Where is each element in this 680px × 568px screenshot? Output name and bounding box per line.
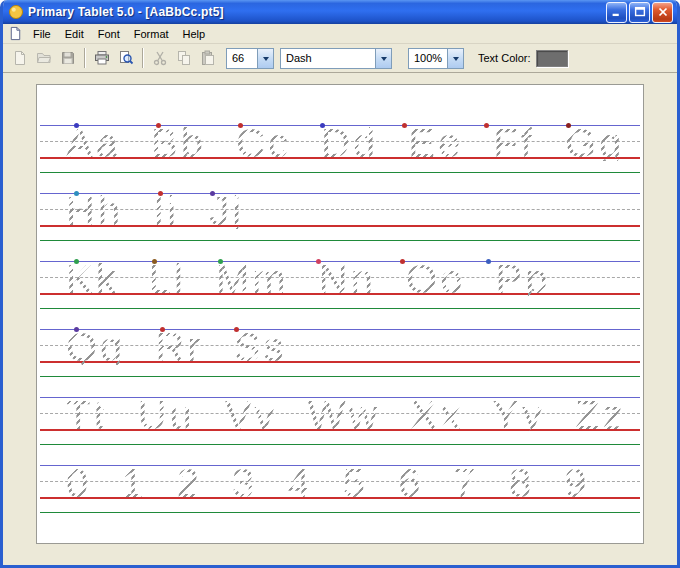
- practice-row[interactable]: Tt Uu Vv Ww Xx Yy Zz: [40, 397, 640, 465]
- guideline-descender: [40, 172, 640, 173]
- menu-format[interactable]: Format: [127, 26, 176, 42]
- menu-help[interactable]: Help: [176, 26, 213, 42]
- stroke-start-dot: [210, 191, 215, 196]
- new-button[interactable]: [8, 46, 32, 70]
- menu-font[interactable]: Font: [91, 26, 127, 42]
- stroke-start-dot: [218, 259, 223, 264]
- guideline-descender: [40, 512, 640, 513]
- save-button[interactable]: [56, 46, 80, 70]
- chevron-down-icon[interactable]: [375, 49, 391, 68]
- title-bar[interactable]: Primary Tablet 5.0 - [AaBbCc.pt5]: [3, 0, 677, 24]
- trace-letters[interactable]: Aa Bb Cc Dd Ee Ff Gg: [66, 125, 624, 161]
- practice-row[interactable]: Aa Bb Cc Dd Ee Ff Gg: [40, 125, 640, 193]
- trace-letters[interactable]: Qq Rr Ss: [66, 329, 286, 365]
- guideline-descender: [40, 444, 640, 445]
- stroke-start-dot: [486, 259, 491, 264]
- zoom-combobox[interactable]: 100%: [408, 48, 464, 69]
- zoom-value: 100%: [409, 49, 447, 68]
- stroke-start-dot: [316, 259, 321, 264]
- stroke-start-dot: [160, 327, 165, 332]
- document-icon[interactable]: [8, 26, 23, 41]
- stroke-start-dot: [156, 123, 161, 128]
- trace-letters[interactable]: Hh Ii Jj: [66, 193, 244, 229]
- toolbar-separator: [142, 48, 144, 68]
- stroke-start-dot: [484, 123, 489, 128]
- text-color-label: Text Color:: [478, 52, 531, 64]
- trace-numbers[interactable]: 0 1 2 3 4 5 6 7 8 9: [66, 465, 589, 501]
- stroke-start-dot: [234, 327, 239, 332]
- guideline-descender: [40, 240, 640, 241]
- stroke-start-dot: [320, 123, 325, 128]
- stroke-start-dot: [238, 123, 243, 128]
- document-area: Aa Bb Cc Dd Ee Ff Gg Hh Ii Jj Kk Ll Mm N…: [3, 73, 677, 565]
- cut-button[interactable]: [148, 46, 172, 70]
- guideline-descender: [40, 376, 640, 377]
- stroke-start-dot: [74, 259, 79, 264]
- app-icon[interactable]: [8, 4, 24, 20]
- style-combobox[interactable]: Dash: [280, 48, 392, 69]
- stroke-start-dot: [566, 123, 571, 128]
- stroke-start-dot: [400, 259, 405, 264]
- practice-row[interactable]: Qq Rr Ss: [40, 329, 640, 397]
- practice-row[interactable]: 0 1 2 3 4 5 6 7 8 9: [40, 465, 640, 533]
- font-size-combobox[interactable]: 66: [226, 48, 274, 69]
- maximize-button[interactable]: [629, 2, 650, 23]
- guideline-descender: [40, 308, 640, 309]
- stroke-start-dot: [158, 191, 163, 196]
- practice-row[interactable]: Hh Ii Jj: [40, 193, 640, 261]
- stroke-start-dot: [74, 191, 79, 196]
- window-title: Primary Tablet 5.0 - [AaBbCc.pt5]: [28, 5, 604, 19]
- font-size-value: 66: [227, 49, 257, 68]
- open-button[interactable]: [32, 46, 56, 70]
- stroke-start-dot: [74, 123, 79, 128]
- chevron-down-icon[interactable]: [257, 49, 273, 68]
- practice-row[interactable]: Kk Ll Mm Nn Oo Pp: [40, 261, 640, 329]
- stroke-start-dot: [402, 123, 407, 128]
- print-button[interactable]: [90, 46, 114, 70]
- close-button[interactable]: [652, 2, 673, 23]
- toolbar-separator: [84, 48, 86, 68]
- style-value: Dash: [281, 49, 375, 68]
- menu-bar: File Edit Font Format Help: [3, 24, 677, 44]
- stroke-start-dot: [74, 327, 79, 332]
- trace-letters[interactable]: Tt Uu Vv Ww Xx Yy Zz: [66, 397, 626, 433]
- trace-letters[interactable]: Kk Ll Mm Nn Oo Pp: [66, 261, 550, 297]
- print-preview-button[interactable]: [114, 46, 138, 70]
- chevron-down-icon[interactable]: [447, 49, 463, 68]
- copy-button[interactable]: [172, 46, 196, 70]
- paste-button[interactable]: [196, 46, 220, 70]
- toolbar: 66 Dash 100% Text Color:: [3, 44, 677, 73]
- stroke-start-dot: [152, 259, 157, 264]
- minimize-button[interactable]: [606, 2, 627, 23]
- app-window: Primary Tablet 5.0 - [AaBbCc.pt5] File E…: [0, 0, 680, 568]
- menu-edit[interactable]: Edit: [58, 26, 91, 42]
- document-page[interactable]: Aa Bb Cc Dd Ee Ff Gg Hh Ii Jj Kk Ll Mm N…: [36, 84, 644, 544]
- text-color-swatch[interactable]: [536, 50, 568, 67]
- menu-file[interactable]: File: [26, 26, 58, 42]
